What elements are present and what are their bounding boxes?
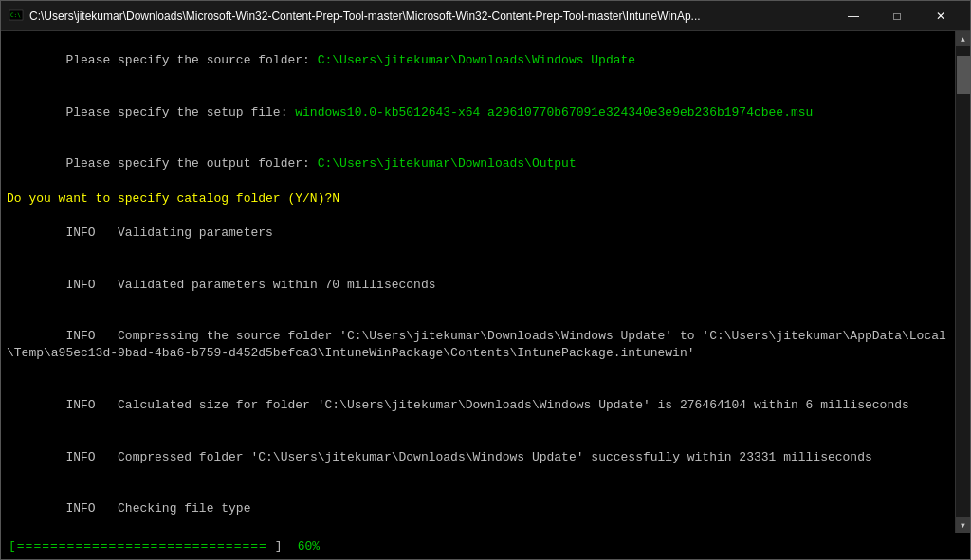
line-catalog-question: Do you want to specify catalog folder (Y… [7,190,949,208]
scroll-down-button[interactable]: ▼ [956,517,971,533]
maximize-button[interactable]: □ [875,1,919,31]
scrollbar-track[interactable] [956,46,970,517]
minimize-button[interactable]: — [832,1,875,31]
title-bar: C:\ C:\Users\jitekumar\Downloads\Microso… [1,1,970,31]
line-source-folder: Please specify the source folder: C:\Use… [7,35,949,87]
line-info-5: INFO Compressed folder 'C:\Users\jitekum… [7,431,949,483]
window: C:\ C:\Users\jitekumar\Downloads\Microso… [0,0,971,560]
scrollbar[interactable]: ▲ ▼ [955,31,970,533]
terminal-icon: C:\ [9,9,24,24]
line-info-1: INFO Validating parameters [7,208,949,260]
line-output-folder: Please specify the output folder: C:\Use… [7,138,949,190]
close-button[interactable]: ✕ [919,1,962,31]
progress-container: [============================== ] 60% [9,539,320,553]
window-controls: — □ ✕ [832,1,962,31]
line-info-2: INFO Validated parameters within 70 mill… [7,259,949,311]
terminal-body: Please specify the source folder: C:\Use… [1,31,970,533]
scrollbar-thumb[interactable] [957,56,970,94]
progress-bar: [============================== [9,539,267,553]
line-info-6: INFO Checking file type [7,483,949,533]
terminal-content[interactable]: Please specify the source folder: C:\Use… [1,31,955,533]
progress-percent: 60% [298,539,320,553]
line-setup-file: Please specify the setup file: windows10… [7,87,949,139]
progress-bracket-close: ] [275,539,283,553]
status-bar: [============================== ] 60% [1,533,970,559]
window-title: C:\Users\jitekumar\Downloads\Microsoft-W… [29,9,832,23]
line-info-4: INFO Calculated size for folder 'C:\User… [7,380,949,432]
scroll-up-button[interactable]: ▲ [956,31,971,46]
svg-text:C:\: C:\ [10,11,21,18]
line-info-3: INFO Compressing the source folder 'C:\U… [7,311,949,380]
